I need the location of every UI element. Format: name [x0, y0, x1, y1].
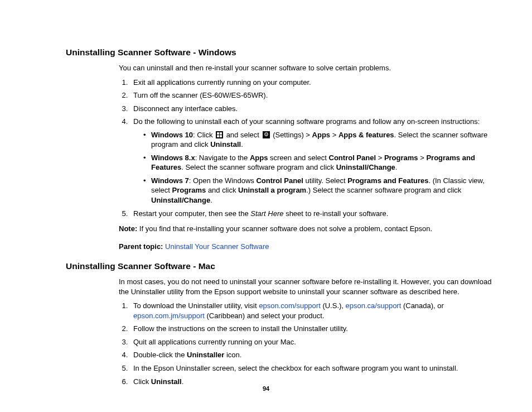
intro-text: In most cases, you do not need to uninst…	[119, 277, 499, 296]
section-body-mac: In most cases, you do not need to uninst…	[119, 277, 499, 386]
parent-topic-label: Parent topic:	[119, 242, 163, 251]
bold-text: Programs	[172, 186, 206, 194]
heading-mac: Uninstalling Scanner Software - Mac	[66, 261, 499, 271]
text: and click	[206, 186, 238, 194]
sub-list: Windows 10: Click and select (Settings) …	[133, 130, 499, 205]
text: (U.S.),	[321, 301, 346, 310]
step-text: Do the following to uninstall each of yo…	[133, 117, 480, 126]
text: : Click	[193, 131, 215, 139]
os-label: Windows 10	[151, 131, 193, 139]
parent-topic-link[interactable]: Uninstall Your Scanner Software	[165, 242, 269, 251]
text: >	[330, 131, 338, 139]
bold-text: Uninstall a program	[238, 186, 306, 194]
bold-text: Control Panel	[329, 154, 376, 162]
text: (Canada), or	[401, 301, 444, 310]
bold-text: Programs	[384, 154, 418, 162]
text: and select	[224, 131, 262, 139]
bold-text: Apps	[312, 131, 331, 139]
italic-text: Start Here	[250, 209, 283, 218]
text: screen and select	[268, 154, 328, 162]
bold-text: Control Panel	[256, 176, 303, 185]
section-body-windows: You can uninstall and then re-install yo…	[119, 63, 499, 251]
text: Click	[133, 377, 151, 386]
bold-text: Uninstall	[151, 377, 182, 386]
bold-text: Apps	[250, 154, 268, 162]
text: .	[182, 377, 184, 386]
text: : Open the Windows	[189, 176, 257, 185]
step-item: Exit all applications currently running …	[130, 78, 499, 88]
text: .	[395, 163, 398, 171]
steps-list: Exit all applications currently running …	[119, 78, 499, 219]
support-link-ca[interactable]: epson.ca/support	[346, 301, 402, 310]
note-text: If you find that re-installing your scan…	[137, 224, 432, 233]
step-item: Double-click the Uninstaller icon.	[130, 350, 499, 360]
document-page: Uninstalling Scanner Software - Windows …	[0, 0, 532, 412]
support-link-us[interactable]: epson.com/support	[259, 301, 321, 310]
step-item: In the Epson Uninstaller screen, select …	[130, 363, 499, 373]
bold-text: Uninstall/Change	[151, 196, 210, 204]
os-label: Windows 7	[151, 176, 189, 185]
text: .	[241, 140, 243, 148]
step-item: Disconnect any interface cables.	[130, 104, 499, 114]
windows-start-icon	[216, 131, 223, 138]
sub-item-win8: Windows 8.x: Navigate to the Apps screen…	[143, 153, 499, 173]
note-label: Note:	[119, 224, 137, 233]
heading-windows: Uninstalling Scanner Software - Windows	[66, 47, 499, 58]
step-item: To download the Uninstaller utility, vis…	[130, 301, 499, 320]
text: icon.	[224, 351, 241, 359]
bold-text: Uninstall/Change	[336, 163, 395, 171]
step-item: Do the following to uninstall each of yo…	[130, 117, 499, 205]
sub-item-win7: Windows 7: Open the Windows Control Pane…	[143, 176, 499, 205]
bold-text: Programs and Features	[347, 176, 428, 185]
step-item: Quit all applications currently running …	[130, 337, 499, 347]
text: >	[376, 154, 384, 162]
text: : Navigate to the	[195, 154, 250, 162]
text: Restart your computer, then see the	[133, 209, 250, 218]
text: utility. Select	[303, 176, 347, 185]
bold-text: Uninstaller	[187, 351, 224, 359]
step-item: Turn off the scanner (ES-60W/ES-65WR).	[130, 90, 499, 100]
note-paragraph: Note: If you find that re-installing you…	[119, 224, 499, 234]
step-item: Restart your computer, then see the Star…	[130, 209, 499, 219]
text: Double-click the	[133, 351, 187, 359]
settings-gear-icon	[263, 131, 270, 138]
support-link-jm[interactable]: epson.com.jm/support	[133, 312, 205, 320]
text: sheet to re-install your software.	[284, 209, 389, 218]
sub-item-win10: Windows 10: Click and select (Settings) …	[143, 130, 499, 150]
text: >	[418, 154, 427, 162]
text: To download the Uninstaller utility, vis…	[133, 301, 259, 310]
bold-text: Uninstall	[210, 140, 241, 148]
intro-text: You can uninstall and then re-install yo…	[119, 63, 499, 73]
bold-text: Apps & features	[338, 131, 394, 139]
text: .	[210, 196, 212, 204]
parent-topic: Parent topic: Uninstall Your Scanner Sof…	[119, 242, 499, 252]
text: (Settings) >	[271, 131, 312, 139]
text: . Select the scanner software program an…	[181, 163, 336, 171]
text: .) Select the scanner software program a…	[306, 186, 461, 194]
steps-list: To download the Uninstaller utility, vis…	[119, 301, 499, 386]
step-item: Follow the instructions on the screen to…	[130, 324, 499, 334]
page-number: 94	[0, 385, 532, 392]
os-label: Windows 8.x	[151, 154, 195, 162]
text: (Caribbean) and select your product.	[205, 312, 325, 320]
